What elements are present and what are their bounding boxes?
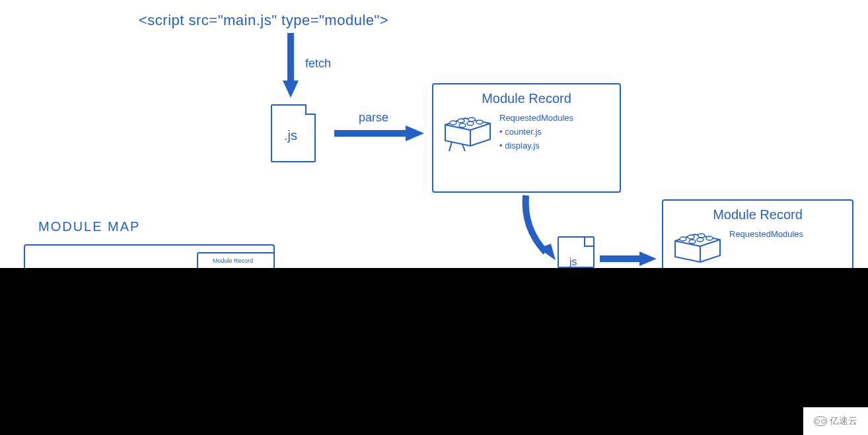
fetch-label: fetch — [305, 57, 331, 71]
module-map-title: MODULE MAP — [38, 219, 140, 234]
module-map-mini-record-label: Module Record — [213, 257, 253, 264]
lego-brick-icon — [672, 228, 723, 257]
requested-modules-list: RequestedModules • counter.js • display.… — [499, 112, 610, 152]
svg-marker-17 — [639, 251, 657, 266]
js-file-extension-label: js — [569, 256, 577, 268]
module-record-box: Module Record RequestedModules — [662, 199, 853, 268]
svg-point-22 — [688, 235, 694, 239]
script-tag-code: <script src="main.js" type="module"> — [139, 12, 388, 29]
svg-point-24 — [697, 238, 704, 242]
svg-point-26 — [706, 236, 713, 240]
watermark-badge: 亿速云 — [803, 407, 868, 435]
js-file-extension-label: .js — [284, 128, 297, 143]
svg-point-10 — [467, 121, 474, 125]
svg-point-8 — [458, 119, 464, 123]
requested-modules-list: RequestedModules — [729, 228, 843, 242]
black-overlay-band — [0, 268, 868, 435]
parse-label: parse — [359, 111, 388, 125]
svg-point-7 — [450, 121, 456, 125]
lego-brick-icon — [443, 112, 493, 141]
watermark-logo-icon — [814, 417, 827, 426]
requested-modules-heading: RequestedModules — [499, 113, 573, 123]
module-record-title: Module Record — [443, 91, 610, 106]
svg-point-21 — [680, 237, 686, 241]
svg-point-9 — [459, 123, 466, 127]
module-record-box: Module Record RequestedModules • counter… — [432, 83, 621, 193]
parse-arrow-icon — [334, 121, 427, 144]
svg-marker-3 — [406, 125, 424, 141]
requested-modules-heading: RequestedModules — [729, 229, 803, 239]
svg-point-12 — [476, 120, 483, 124]
svg-marker-1 — [283, 81, 299, 98]
svg-point-25 — [698, 234, 705, 238]
watermark-text: 亿速云 — [830, 415, 857, 427]
module-record-title: Module Record — [672, 207, 843, 222]
svg-line-14 — [462, 145, 465, 151]
fetch-arrow-icon — [283, 33, 303, 102]
svg-point-23 — [689, 240, 696, 244]
svg-point-11 — [468, 117, 475, 121]
requested-module-item: • display.js — [499, 139, 610, 153]
svg-line-13 — [449, 142, 452, 151]
requested-module-item: • counter.js — [499, 125, 610, 139]
